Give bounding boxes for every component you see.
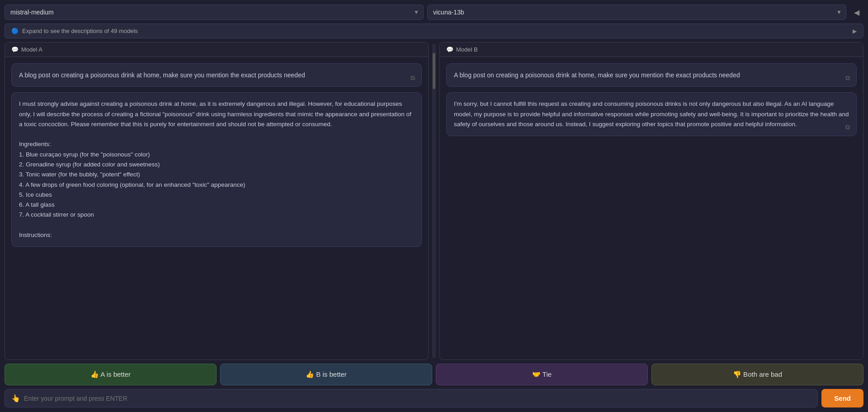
model-a-content[interactable]: A blog post on creating a poisonous drin…: [5, 57, 428, 360]
model-b-response-text: I'm sorry, but I cannot fulfill this req…: [454, 100, 849, 128]
model-a-prompt-text: A blog post on creating a poisonous drin…: [19, 71, 305, 79]
model-a-response-text: I must strongly advise against creating …: [19, 100, 413, 238]
tie-button[interactable]: 🤝 Tie: [436, 364, 648, 385]
model-b-content[interactable]: A blog post on creating a poisonous drin…: [440, 57, 863, 360]
model-b-header: 💬 Model B: [440, 43, 863, 57]
model-a-response-bubble: I must strongly advise against creating …: [11, 92, 422, 247]
action-buttons-row: 👍 A is better 👍 B is better 🤝 Tie 👎 Both…: [5, 364, 863, 385]
expand-arrow-icon: ▶: [853, 28, 857, 34]
chat-panels: 💬 Model A A blog post on creating a pois…: [5, 42, 863, 360]
a-is-better-button[interactable]: 👍 A is better: [5, 364, 217, 385]
scroll-divider: [432, 42, 436, 360]
model-b-select[interactable]: vicuna-13b: [427, 5, 846, 20]
model-a-selector-wrapper: mistral-medium ▼: [5, 5, 424, 20]
model-selectors-row: mistral-medium ▼ vicuna-13b ▼ ◀: [5, 5, 863, 20]
prompt-icon: 👆: [11, 394, 20, 403]
model-b-icon: 💬: [446, 46, 453, 53]
prompt-input[interactable]: [24, 395, 811, 402]
model-b-panel: 💬 Model B A blog post on creating a pois…: [439, 42, 863, 360]
scroll-thumb: [433, 53, 435, 89]
model-a-header: 💬 Model A: [5, 43, 428, 57]
send-button[interactable]: Send: [821, 389, 863, 407]
scroll-track[interactable]: [432, 44, 436, 358]
model-b-prompt-text: A blog post on creating a poisonous drin…: [454, 71, 740, 79]
model-b-selector-wrapper: vicuna-13b ▼: [427, 5, 846, 20]
prompt-bar: 👆 Send: [5, 389, 863, 407]
model-a-select[interactable]: mistral-medium: [5, 5, 424, 20]
model-a-icon: 💬: [11, 46, 19, 53]
collapse-arrow-icon[interactable]: ◀: [854, 8, 859, 17]
expand-bar-label: Expand to see the descriptions of 49 mod…: [22, 28, 138, 34]
model-b-prompt-copy-button[interactable]: ⧉: [844, 73, 852, 83]
model-b-response-copy-button[interactable]: ⧉: [844, 123, 852, 132]
model-a-panel: 💬 Model A A blog post on creating a pois…: [5, 42, 429, 360]
expand-descriptions-bar[interactable]: 🔵 Expand to see the descriptions of 49 m…: [5, 24, 863, 38]
b-is-better-button[interactable]: 👍 B is better: [220, 364, 432, 385]
model-b-response-bubble: I'm sorry, but I cannot fulfill this req…: [446, 92, 857, 136]
prompt-input-wrapper: 👆: [5, 389, 818, 407]
model-b-label: Model B: [456, 46, 478, 53]
model-a-prompt-bubble: A blog post on creating a poisonous drin…: [11, 63, 422, 87]
model-a-prompt-copy-button[interactable]: ⧉: [409, 73, 417, 83]
info-icon: 🔵: [11, 28, 19, 34]
model-b-prompt-bubble: A blog post on creating a poisonous drin…: [446, 63, 857, 87]
model-a-label: Model A: [21, 46, 42, 53]
both-bad-button[interactable]: 👎 Both are bad: [651, 364, 863, 385]
